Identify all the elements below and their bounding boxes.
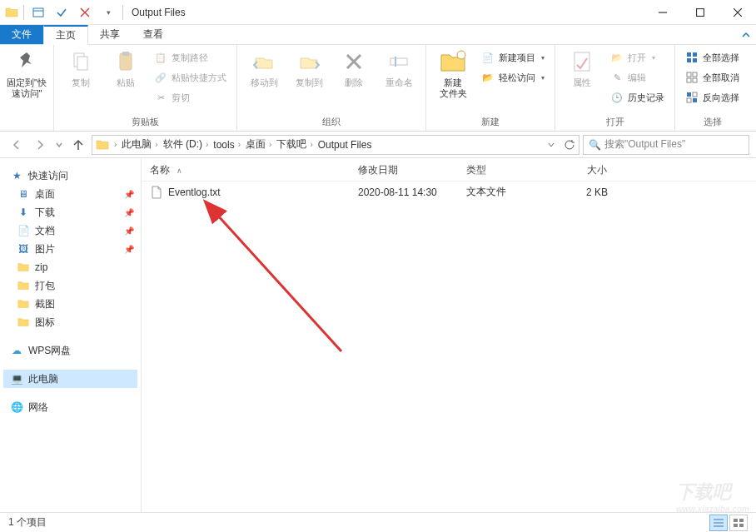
breadcrumb[interactable]: 软件 (D:)› bbox=[163, 137, 212, 152]
column-size[interactable]: 大小 bbox=[550, 158, 616, 181]
new-folder-label: 新建 文件夹 bbox=[440, 77, 467, 99]
sidebar-item-downloads[interactable]: ⬇下载📌 bbox=[3, 203, 137, 221]
column-type[interactable]: 类型 bbox=[458, 158, 550, 181]
new-item-button[interactable]: 📄新建项目▾ bbox=[478, 48, 548, 67]
move-label: 移动到 bbox=[251, 77, 278, 88]
svg-rect-5 bbox=[696, 8, 704, 16]
breadcrumb[interactable]: 桌面› bbox=[246, 137, 275, 152]
column-headers: 名称 修改日期 类型 大小 bbox=[142, 158, 756, 181]
breadcrumb[interactable]: 此电脑› bbox=[122, 137, 161, 152]
tab-file[interactable]: 文件 bbox=[0, 25, 43, 44]
invert-icon bbox=[685, 91, 699, 104]
pin-icon: 📌 bbox=[124, 245, 134, 254]
easy-access-button[interactable]: 📂轻松访问▾ bbox=[478, 68, 548, 87]
open-group-label: 打开 bbox=[562, 114, 668, 129]
paste-label: 粘贴 bbox=[117, 77, 135, 88]
edit-icon: ✎ bbox=[610, 71, 624, 84]
select-all-button[interactable]: 全部选择 bbox=[682, 48, 743, 67]
copy-button[interactable]: 复制 bbox=[61, 48, 101, 88]
svg-rect-20 bbox=[687, 58, 691, 62]
sidebar-item-desktop[interactable]: 🖥桌面📌 bbox=[3, 185, 137, 203]
copy-to-button[interactable]: 复制到 bbox=[289, 48, 329, 88]
copy-path-button[interactable]: 📋复制路径 bbox=[151, 48, 230, 67]
pin-to-quick-access-button[interactable]: 固定到"快速访问" bbox=[7, 48, 47, 99]
svg-rect-25 bbox=[693, 78, 697, 82]
sidebar-item-quick-access[interactable]: ★快速访问 bbox=[3, 167, 137, 185]
qat-dropdown-icon[interactable]: ▾ bbox=[99, 3, 117, 22]
properties-button[interactable]: 属性 bbox=[562, 48, 602, 88]
select-none-button[interactable]: 全部取消 bbox=[682, 68, 743, 87]
address-bar[interactable]: › 此电脑› 软件 (D:)› tools› 桌面› 下载吧› Output F… bbox=[92, 135, 579, 155]
open-button[interactable]: 📂打开▾ bbox=[607, 48, 668, 67]
column-date[interactable]: 修改日期 bbox=[350, 158, 458, 181]
minimize-button[interactable] bbox=[644, 0, 681, 25]
nav-back-button[interactable] bbox=[7, 135, 27, 155]
delete-button[interactable]: 删除 bbox=[334, 48, 374, 88]
sidebar-item-network[interactable]: 🌐网络 bbox=[3, 398, 137, 416]
address-dropdown-button[interactable] bbox=[542, 136, 560, 154]
sidebar-item-documents[interactable]: 📄文档📌 bbox=[3, 221, 137, 240]
breadcrumb[interactable]: 下载吧› bbox=[276, 137, 316, 152]
move-icon bbox=[251, 48, 277, 75]
rename-button[interactable]: 重命名 bbox=[379, 48, 419, 88]
new-folder-button[interactable]: 新建 文件夹 bbox=[433, 48, 473, 99]
sidebar-item-screenshot[interactable]: 截图 bbox=[3, 295, 137, 313]
pin-icon: 📌 bbox=[124, 208, 134, 217]
file-row[interactable]: Eventlog.txt 2020-08-11 14:30 文本文件 2 KB bbox=[142, 181, 756, 202]
sidebar-item-this-pc[interactable]: 💻此电脑 bbox=[3, 370, 137, 388]
move-to-button[interactable]: 移动到 bbox=[244, 48, 284, 88]
sidebar-item-pictures[interactable]: 🖼图片📌 bbox=[3, 240, 137, 258]
tab-home[interactable]: 主页 bbox=[43, 25, 88, 45]
nav-recent-button[interactable] bbox=[53, 135, 65, 155]
svg-rect-14 bbox=[390, 58, 407, 65]
qat-checkmark-icon[interactable] bbox=[52, 3, 71, 22]
tab-share[interactable]: 共享 bbox=[88, 25, 132, 44]
paste-shortcut-button[interactable]: 🔗粘贴快捷方式 bbox=[151, 68, 230, 87]
properties-label: 属性 bbox=[573, 77, 591, 88]
paste-button[interactable]: 粘贴 bbox=[106, 48, 146, 88]
svg-rect-11 bbox=[122, 52, 129, 56]
item-count: 1 个项目 bbox=[8, 515, 47, 530]
text-file-icon bbox=[150, 186, 163, 199]
nav-up-button[interactable] bbox=[68, 135, 88, 155]
edit-button[interactable]: ✎编辑 bbox=[607, 68, 668, 87]
ribbon: 固定到"快速访问" 复制 粘贴 📋复制路径 🔗粘贴快捷方式 ✂剪切 剪贴板 bbox=[0, 45, 756, 132]
cut-button[interactable]: ✂剪切 bbox=[151, 88, 230, 107]
copy-to-label: 复制到 bbox=[296, 77, 323, 88]
svg-rect-26 bbox=[687, 92, 691, 97]
breadcrumb[interactable]: tools› bbox=[213, 139, 244, 151]
close-button[interactable] bbox=[719, 0, 756, 25]
tab-view[interactable]: 查看 bbox=[132, 25, 175, 44]
svg-rect-0 bbox=[33, 8, 43, 17]
column-name[interactable]: 名称 bbox=[142, 158, 350, 181]
select-none-icon bbox=[685, 71, 699, 84]
copy-label: 复制 bbox=[72, 77, 90, 88]
file-size: 2 KB bbox=[550, 186, 616, 198]
thumbnails-view-button[interactable] bbox=[729, 515, 748, 531]
refresh-button[interactable] bbox=[560, 136, 579, 154]
pc-icon: 💻 bbox=[10, 372, 23, 385]
sidebar-item-wps[interactable]: ☁WPS网盘 bbox=[3, 341, 137, 360]
details-view-button[interactable] bbox=[709, 515, 728, 531]
breadcrumb[interactable]: Output Files bbox=[318, 139, 372, 151]
svg-rect-24 bbox=[687, 78, 691, 82]
history-button[interactable]: 🕒历史记录 bbox=[607, 88, 668, 107]
collapse-ribbon-button[interactable] bbox=[736, 25, 756, 44]
sidebar-item-icons[interactable]: 图标 bbox=[3, 313, 137, 331]
qat-close-red-icon[interactable] bbox=[76, 3, 94, 22]
invert-selection-button[interactable]: 反向选择 bbox=[682, 88, 743, 107]
maximize-button[interactable] bbox=[681, 0, 719, 25]
svg-rect-18 bbox=[687, 52, 691, 57]
svg-rect-37 bbox=[734, 524, 738, 527]
svg-rect-23 bbox=[693, 72, 697, 77]
svg-rect-21 bbox=[693, 58, 697, 62]
nav-forward-button[interactable] bbox=[30, 135, 50, 155]
address-bar-row: › 此电脑› 软件 (D:)› tools› 桌面› 下载吧› Output F… bbox=[0, 132, 756, 158]
svg-rect-9 bbox=[77, 57, 87, 70]
sidebar-item-zip[interactable]: zip bbox=[3, 258, 137, 276]
qat-properties-icon[interactable] bbox=[29, 3, 47, 22]
delete-label: 删除 bbox=[345, 77, 363, 88]
sidebar-item-package[interactable]: 打包 bbox=[3, 276, 137, 295]
search-input[interactable]: 🔍 搜索"Output Files" bbox=[583, 135, 749, 155]
scissors-icon: ✂ bbox=[154, 91, 167, 104]
